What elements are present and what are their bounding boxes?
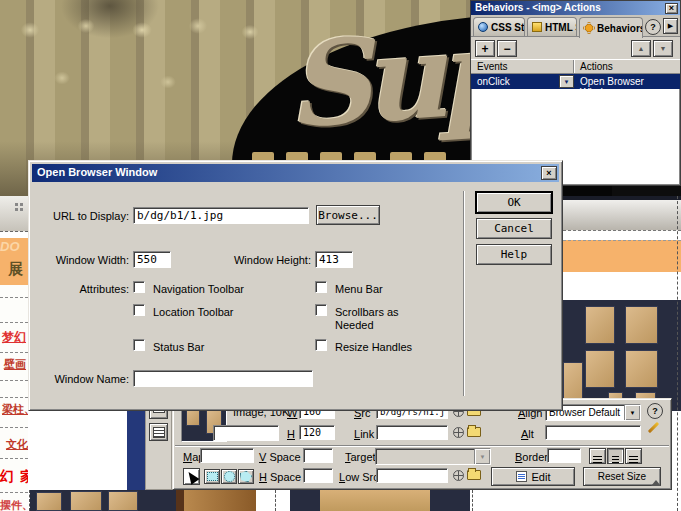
rect-hotspot-button[interactable]: [204, 469, 220, 484]
edit-page-icon: [516, 471, 527, 482]
move-up-button[interactable]: ▲: [631, 40, 651, 57]
browse-label: Browse...: [318, 209, 378, 222]
cancel-button[interactable]: Cancel: [476, 218, 552, 239]
edit-button[interactable]: Edit: [491, 467, 575, 486]
help-button[interactable]: Help: [476, 244, 552, 265]
tab-html-styles[interactable]: HTML S: [527, 17, 577, 36]
align-right-button[interactable]: [625, 448, 642, 464]
window-height-field[interactable]: [315, 251, 353, 268]
checkbox-menu-bar[interactable]: [315, 281, 327, 293]
sidebar-link-wenhuashi[interactable]: 文化石: [6, 437, 28, 452]
checkbox-label: Resize Handles: [335, 341, 412, 353]
chevron-down-icon[interactable]: ▼: [559, 75, 574, 88]
thumbnail-tile: [585, 350, 615, 388]
sidebar-link-menghuan[interactable]: 梦幻: [2, 329, 26, 346]
close-icon[interactable]: ×: [665, 3, 678, 14]
checkbox-location-toolbar[interactable]: [133, 304, 145, 316]
behavior-row-selected[interactable]: onClick ▼ Open Browser Window: [471, 74, 680, 89]
page-bottom-image: [184, 490, 256, 511]
collapse-panel-icon[interactable]: [651, 480, 661, 486]
oval-hotspot-button[interactable]: [221, 469, 237, 484]
dotted-divider: [0, 297, 28, 298]
reset-size-label: Reset Size: [598, 471, 646, 482]
alt-field[interactable]: [545, 425, 641, 440]
thumbnail-tile: [585, 306, 615, 344]
url-label: URL to Display:: [41, 210, 129, 222]
dotted-divider: [0, 427, 28, 428]
behaviors-panel: Behaviors - <img> Actions × CSS St HTML …: [470, 0, 681, 186]
map-field[interactable]: [200, 448, 254, 463]
folder-icon[interactable]: [467, 470, 481, 480]
image-name-field[interactable]: [213, 425, 279, 441]
browse-button[interactable]: Browse...: [316, 205, 380, 225]
help-icon[interactable]: ?: [645, 19, 661, 35]
tab-behaviors[interactable]: Behaviors: [579, 17, 643, 38]
actions-column-header: Actions: [574, 60, 680, 73]
window-name-field[interactable]: [133, 370, 313, 387]
table-border-dotted: [29, 490, 30, 511]
events-column-header: Events: [471, 60, 574, 73]
ok-label: OK: [507, 196, 520, 209]
page-bottom-relief-image: [320, 490, 430, 511]
border-label: Border: [515, 451, 548, 463]
help-icon[interactable]: ?: [647, 403, 663, 419]
checkbox-scrollbars[interactable]: [315, 304, 327, 316]
remove-behavior-button[interactable]: −: [497, 40, 517, 57]
panel-expander-icon[interactable]: ▶: [663, 18, 678, 34]
url-field[interactable]: [133, 207, 309, 224]
window-height-label: Window Height:: [225, 254, 311, 266]
sidebar-link-liangzhu[interactable]: 梁柱、线条: [2, 402, 28, 417]
folder-icon[interactable]: [467, 427, 481, 437]
panel-list-button[interactable]: [149, 423, 168, 441]
checkbox-status-bar[interactable]: [133, 339, 145, 351]
table-border-dotted: [677, 196, 678, 511]
checkbox-label: Status Bar: [153, 341, 204, 353]
link-field[interactable]: [376, 425, 448, 440]
dotted-divider: [0, 397, 28, 398]
edit-button-label: Edit: [532, 471, 551, 483]
align-left-button[interactable]: [589, 448, 606, 464]
property-inspector: Image, 10K W H Src Link Align Browser De…: [172, 398, 672, 490]
open-browser-window-dialog: Open Browser Window × URL to Display: Br…: [28, 160, 563, 411]
hspace-field[interactable]: [303, 468, 333, 483]
action-cell[interactable]: Open Browser Window: [574, 74, 680, 89]
checkbox-navigation-toolbar[interactable]: [133, 281, 145, 293]
ok-button[interactable]: OK: [476, 192, 552, 213]
page-gray-bar: [563, 200, 681, 231]
attributes-label: Attributes:: [41, 283, 129, 295]
lowsrc-field[interactable]: [376, 468, 448, 483]
dreamweaver-screen: Sup DO 展 梦幻 壁画 梁柱、线条 文化石 幻 家 园 摆件、挂件: [0, 0, 681, 511]
tab-css-styles[interactable]: CSS St: [473, 17, 525, 36]
cursor-arrow-icon: [184, 469, 199, 485]
page-bottom-navy: [290, 490, 320, 511]
poly-hotspot-button[interactable]: [238, 469, 254, 484]
event-cell[interactable]: onClick: [471, 74, 559, 89]
add-behavior-button[interactable]: +: [475, 40, 495, 57]
checkbox-resize-handles[interactable]: [315, 339, 327, 351]
close-icon[interactable]: ×: [541, 166, 557, 180]
quick-edit-pencil-icon[interactable]: [648, 422, 659, 433]
reset-size-button[interactable]: Reset Size: [583, 467, 661, 486]
align-center-button[interactable]: [607, 448, 624, 464]
point-to-file-icon[interactable]: [453, 427, 464, 438]
sidebar-link-bihua[interactable]: 壁画: [4, 357, 26, 372]
drag-grip-dots: [20, 203, 23, 206]
point-to-file-icon[interactable]: [453, 470, 464, 481]
dialog-titlebar[interactable]: Open Browser Window: [32, 164, 559, 182]
border-field[interactable]: [547, 448, 581, 463]
page-orange-banner: DO 展: [0, 238, 28, 285]
vspace-field[interactable]: [303, 448, 333, 463]
chevron-down-icon[interactable]: ▼: [624, 405, 640, 420]
move-down-button[interactable]: ▼: [653, 40, 673, 57]
height-label: H: [287, 428, 295, 440]
align-center-icon: [612, 456, 619, 457]
height-field[interactable]: [299, 425, 335, 440]
tab-label: HTML S: [545, 22, 577, 33]
pointer-tool-button[interactable]: [183, 468, 200, 485]
table-border-dotted: [275, 490, 276, 511]
window-width-field[interactable]: [133, 251, 171, 268]
target-label: Target: [345, 451, 376, 463]
cancel-label: Cancel: [494, 222, 534, 235]
behaviors-panel-titlebar[interactable]: Behaviors - <img> Actions: [471, 1, 680, 15]
align-right-icon: [629, 456, 638, 457]
